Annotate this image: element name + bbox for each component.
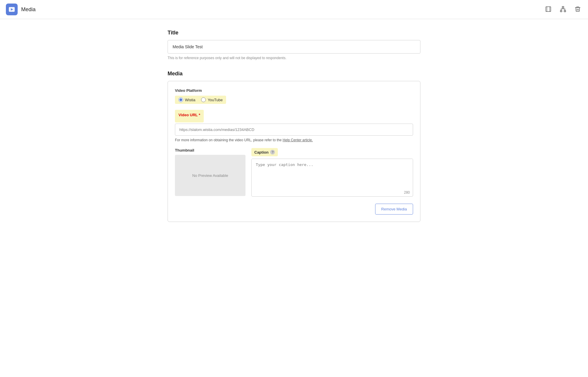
svg-rect-4 (562, 6, 564, 8)
caption-char-count: 280 (252, 189, 413, 196)
radio-wistia-input[interactable] (178, 97, 183, 102)
thumbnail-label: Thumbnail (175, 148, 245, 152)
radio-youtube-label: YouTube (208, 98, 223, 102)
caption-textarea[interactable] (252, 159, 413, 188)
caption-label-wrapper: Caption ? (251, 148, 413, 156)
main-content: Title This is for reference purposes onl… (162, 19, 426, 232)
title-section: Title This is for reference purposes onl… (168, 30, 420, 60)
help-center-link[interactable]: Help Center article. (283, 138, 313, 142)
video-platform-group: Video Platform Wistia YouTube (175, 88, 413, 104)
media-box: Video Platform Wistia YouTube Vide (168, 81, 420, 222)
header-left: Media (6, 4, 36, 15)
title-hint: This is for reference purposes only and … (168, 56, 420, 60)
caption-textarea-wrapper: 280 (251, 159, 413, 197)
page-title: Media (21, 6, 36, 13)
svg-rect-5 (560, 10, 562, 12)
media-icon (9, 6, 15, 13)
trash-icon (574, 6, 581, 12)
remove-media-row: Remove Media (175, 204, 413, 215)
header-actions (544, 5, 582, 14)
resize-icon (545, 6, 552, 12)
delete-button[interactable] (573, 5, 582, 14)
radio-wistia-label: Wistia (185, 98, 195, 102)
caption-section: Caption ? 280 (251, 148, 413, 197)
resize-button[interactable] (544, 5, 553, 14)
thumbnail-section: Thumbnail No Preview Available (175, 148, 245, 196)
radio-wistia[interactable]: Wistia (178, 97, 195, 102)
header: Media (0, 0, 588, 19)
svg-rect-6 (564, 10, 566, 12)
structure-icon (560, 6, 566, 12)
thumbnail-no-preview: No Preview Available (192, 173, 228, 178)
video-url-wrapper (175, 124, 413, 136)
video-url-input[interactable] (175, 124, 413, 136)
title-section-heading: Title (168, 30, 420, 36)
media-section-heading: Media (168, 71, 420, 77)
radio-youtube-input[interactable] (201, 97, 206, 102)
video-platform-label: Video Platform (175, 88, 413, 93)
media-section: Media Video Platform Wistia YouTube (168, 71, 420, 222)
title-input[interactable] (168, 40, 420, 54)
media-bottom: Thumbnail No Preview Available Caption ? (175, 148, 413, 197)
structure-button[interactable] (559, 5, 567, 14)
video-url-section: Video URL * For more information on obta… (175, 110, 413, 142)
remove-media-button[interactable]: Remove Media (375, 204, 413, 215)
radio-group: Wistia YouTube (175, 96, 226, 104)
media-icon-box (6, 4, 18, 15)
caption-help-icon[interactable]: ? (270, 150, 275, 155)
video-url-label: Video URL * (178, 113, 200, 117)
radio-youtube[interactable]: YouTube (201, 97, 223, 102)
svg-rect-3 (546, 6, 551, 11)
video-url-hint: For more information on obtaining the vi… (175, 138, 413, 142)
thumbnail-preview: No Preview Available (175, 155, 245, 196)
caption-label: Caption (254, 150, 268, 155)
